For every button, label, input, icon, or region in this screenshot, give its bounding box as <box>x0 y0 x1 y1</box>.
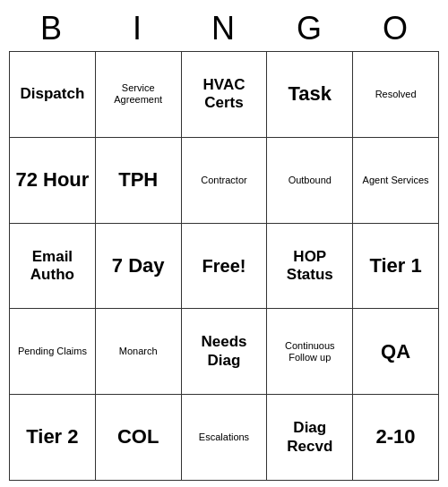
bingo-cell: Service Agreement <box>96 52 182 138</box>
bingo-cell: HVAC Certs <box>182 52 268 138</box>
bingo-card: BINGO DispatchService AgreementHVAC Cert… <box>9 6 439 481</box>
bingo-cell: QA <box>353 309 439 395</box>
bingo-grid: DispatchService AgreementHVAC CertsTaskR… <box>9 51 439 481</box>
bingo-cell: Tier 2 <box>10 395 96 481</box>
bingo-cell: Agent Services <box>353 138 439 224</box>
bingo-cell: Escalations <box>182 395 268 481</box>
bingo-cell: HOP Status <box>267 224 353 310</box>
bingo-letter: B <box>9 6 95 51</box>
bingo-cell: Needs Diag <box>182 309 268 395</box>
bingo-cell: Contractor <box>182 138 268 224</box>
bingo-letter: O <box>353 6 439 51</box>
bingo-cell: Continuous Follow up <box>267 309 353 395</box>
bingo-letter: G <box>267 6 353 51</box>
bingo-cell: Pending Claims <box>10 309 96 395</box>
bingo-cell: Free! <box>182 224 268 310</box>
bingo-cell: Tier 1 <box>353 224 439 310</box>
bingo-letter: N <box>181 6 267 51</box>
bingo-cell: 7 Day <box>96 224 182 310</box>
bingo-cell: Dispatch <box>10 52 96 138</box>
bingo-header: BINGO <box>9 6 439 51</box>
bingo-cell: 72 Hour <box>10 138 96 224</box>
bingo-cell: Outbound <box>267 138 353 224</box>
bingo-cell: Diag Recvd <box>267 395 353 481</box>
bingo-cell: COL <box>96 395 182 481</box>
bingo-cell: Monarch <box>96 309 182 395</box>
bingo-cell: Task <box>267 52 353 138</box>
bingo-cell: TPH <box>96 138 182 224</box>
bingo-cell: 2-10 <box>353 395 439 481</box>
bingo-letter: I <box>95 6 181 51</box>
bingo-cell: Resolved <box>353 52 439 138</box>
bingo-cell: Email Autho <box>10 224 96 310</box>
